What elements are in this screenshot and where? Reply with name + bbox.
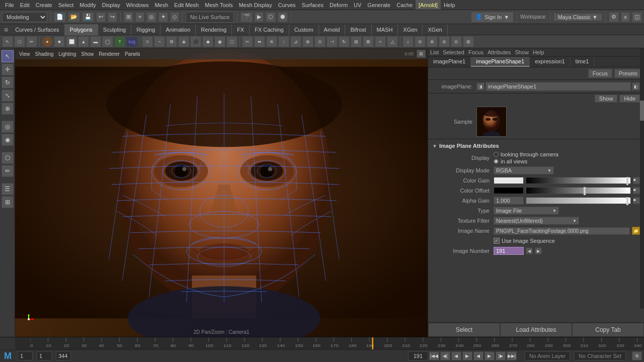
tri-btn[interactable]: △ — [387, 36, 398, 47]
play-back-btn[interactable]: ◀ — [473, 351, 484, 360]
vp-shading-menu[interactable]: Shading — [33, 51, 56, 57]
vp-panels-menu[interactable]: Panels — [123, 51, 142, 57]
fill-btn[interactable]: ⊞ — [351, 36, 362, 47]
cube-btn[interactable]: ■ — [54, 36, 65, 47]
rotate-btn[interactable]: ↻ — [2, 76, 14, 88]
move-btn[interactable]: ✛ — [2, 63, 14, 75]
snap-btn[interactable]: ◎ — [2, 121, 14, 133]
ip-left-btn[interactable]: ◨ — [476, 82, 485, 90]
tab-xgen[interactable]: XGen — [423, 24, 447, 35]
ip-right-btn[interactable]: ◧ — [632, 82, 640, 90]
vp-renderer-menu[interactable]: Renderer — [97, 51, 122, 57]
cone-btn[interactable]: ▲ — [78, 36, 89, 47]
image-num-up-btn[interactable]: ▶ — [535, 247, 542, 254]
tab-curves-surfaces[interactable]: Curves / Surfaces — [10, 24, 64, 35]
show-menu[interactable]: Show — [515, 49, 529, 55]
render3-btn[interactable]: ⬡ — [266, 12, 276, 22]
mode-selector[interactable]: Modeling — [2, 12, 47, 22]
image-number-input[interactable] — [494, 247, 524, 255]
new-scene-btn[interactable]: 📄 — [54, 12, 66, 22]
bevel-btn[interactable]: ⊿ — [290, 36, 301, 47]
torus-btn[interactable]: ◯ — [102, 36, 113, 47]
menu-display[interactable]: Display — [99, 0, 123, 10]
bridge-btn[interactable]: ≋ — [266, 36, 277, 47]
current-frame-input[interactable] — [408, 351, 428, 360]
select-btn-bottom[interactable]: Select — [428, 323, 500, 337]
frame-current-small[interactable]: 1 — [37, 351, 52, 360]
menu-select[interactable]: Select — [55, 0, 77, 10]
tab-sculpting[interactable]: Sculpting — [98, 24, 131, 35]
menu-meshtools[interactable]: Mesh Tools — [202, 0, 235, 10]
char-set-field[interactable]: No Character Set — [574, 351, 626, 360]
color-offset-extra-btn[interactable]: ■ — [633, 187, 640, 194]
open-btn[interactable]: 📂 — [68, 12, 80, 22]
tab-animation[interactable]: Animation — [160, 24, 196, 35]
color-gain-extra-btn[interactable]: ■ — [633, 177, 640, 184]
menu-arnold[interactable]: [Arnold] — [416, 0, 441, 10]
prev-frame-btn[interactable]: ◀ — [451, 351, 461, 360]
menu-uv[interactable]: UV — [351, 0, 364, 10]
selected-btn[interactable]: Selected — [443, 49, 464, 55]
vp-fit-btn[interactable]: ⊞ — [417, 50, 426, 58]
transform-btn[interactable]: ⊕ — [2, 103, 14, 115]
select-tool-btn[interactable]: ↖ — [2, 36, 13, 47]
next-frame-btn[interactable]: ▶ — [485, 351, 495, 360]
snap-grid-btn[interactable]: ⊞ — [124, 12, 133, 22]
prev-key-btn[interactable]: ◀| — [440, 351, 450, 360]
sub-btn[interactable]: ⊠ — [363, 36, 374, 47]
tab-motion-graphics[interactable]: XGen — [398, 24, 423, 35]
color-gain-slider[interactable] — [526, 177, 631, 184]
tab-rendering[interactable]: Rendering — [196, 24, 232, 35]
workspace-selector[interactable]: Maya Classic ▼ — [553, 13, 602, 21]
menu-mesh[interactable]: Mesh — [151, 0, 171, 10]
tab-rigging[interactable]: Rigging — [131, 24, 160, 35]
mirror-btn[interactable]: ⊣ — [327, 36, 338, 47]
texture-filter-dropdown[interactable]: Nearest(Unfiltered) ▼ — [494, 217, 579, 225]
menu-edit[interactable]: Edit — [17, 0, 33, 10]
vp-show-menu[interactable]: Show — [79, 51, 96, 57]
text-btn[interactable]: T — [114, 36, 125, 47]
scale-btn[interactable]: ⤡ — [2, 89, 14, 102]
tab-fx[interactable]: FX — [232, 24, 250, 35]
settings2-btn[interactable]: ≡ — [621, 12, 630, 22]
menu-editmesh[interactable]: Edit Mesh — [171, 0, 202, 10]
presets-btn[interactable]: Presets — [614, 69, 642, 78]
render4-btn[interactable]: ⬢ — [278, 12, 288, 22]
menu-deform[interactable]: Deform — [327, 0, 351, 10]
sidebar-toggle[interactable]: ≡ — [2, 26, 10, 34]
right-scrollbar[interactable] — [640, 48, 644, 309]
snap-curve-btn[interactable]: ⌖ — [135, 12, 144, 22]
paint-select-btn[interactable]: ✏ — [26, 36, 37, 47]
jump-end-btn[interactable]: ▶▶| — [507, 351, 517, 360]
plane-btn[interactable]: ▬ — [90, 36, 101, 47]
save-btn[interactable]: 💾 — [82, 12, 94, 22]
tab-custom[interactable]: Custom — [289, 24, 319, 35]
poly-select-btn[interactable]: ⬡ — [2, 152, 14, 164]
menu-curves[interactable]: Curves — [275, 0, 299, 10]
alpha-gain-slider[interactable] — [526, 197, 631, 204]
tab-polygons[interactable]: Polygons — [65, 24, 98, 35]
tab-imageplaneshape1[interactable]: imagePlaneShape1 — [471, 57, 530, 67]
browse-btn[interactable]: 📁 — [632, 227, 640, 235]
image-num-down-btn[interactable]: ◀ — [526, 247, 533, 254]
attributes-menu[interactable]: Attributes — [488, 49, 511, 55]
settings3-btn[interactable]: ◫ — [632, 12, 642, 22]
render-btn[interactable]: 🎬 — [240, 12, 253, 22]
color-offset-swatch[interactable] — [494, 187, 524, 194]
select-btn[interactable]: ↖ — [2, 50, 14, 62]
anim-layer-field[interactable]: No Anim Layer — [525, 351, 570, 360]
section-header-imageplane[interactable]: ▼ Image Plane Attributes — [428, 141, 644, 150]
snap-view-btn[interactable]: ◇ — [170, 12, 179, 22]
cut-btn[interactable]: ✂ — [242, 36, 253, 47]
scrollbar-thumb[interactable] — [640, 101, 644, 121]
snap-live-btn[interactable]: ✦ — [158, 12, 168, 22]
focus-menu[interactable]: Focus — [468, 49, 484, 55]
display-mode-dropdown[interactable]: RGBA ▼ — [494, 166, 554, 174]
timeline-ruler[interactable]: 0 10 20 30 40 50 60 70 80 90 1 — [30, 337, 644, 349]
deform1-btn[interactable]: ⌂ — [403, 36, 414, 47]
tab-time1[interactable]: time1 — [571, 57, 595, 67]
gear1-btn[interactable]: ⚙ — [166, 36, 177, 47]
sphere-btn[interactable]: ● — [42, 36, 53, 47]
show-btn[interactable]: Show — [595, 95, 618, 103]
vp-lighting-menu[interactable]: Lighting — [56, 51, 78, 57]
